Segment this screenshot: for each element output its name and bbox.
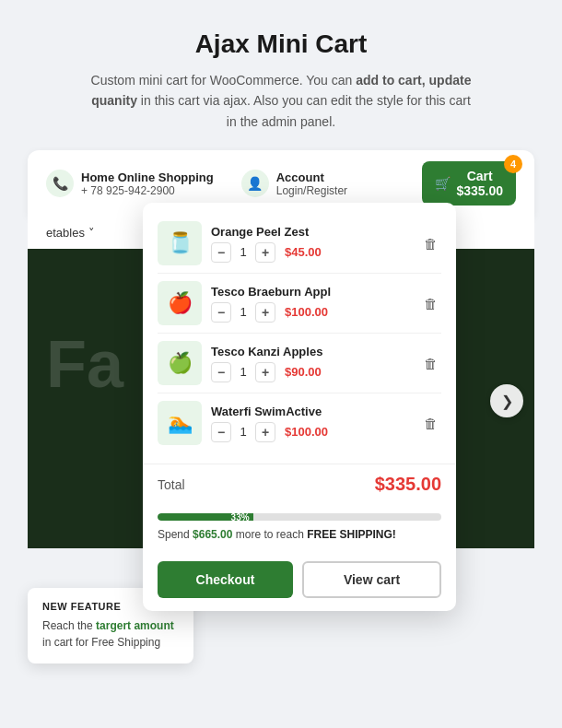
mini-cart-dropdown: 🫙 Orange Peel Zest − 1 + $45.00 🗑 🍎 Tesc…: [143, 203, 456, 611]
item-details-1: Orange Peel Zest − 1 + $45.00: [211, 225, 411, 263]
qty-value-1: 1: [237, 245, 250, 259]
account-icon: 👤: [241, 170, 269, 197]
qty-value-4: 1: [237, 425, 250, 439]
cart-button[interactable]: 4 🛒 Cart $335.00: [422, 161, 516, 205]
cart-icon: 🛒: [435, 176, 451, 191]
item-image: 🫙: [158, 221, 202, 265]
page-description: Custom mini cart for WooCommerce. You ca…: [88, 70, 474, 132]
feature-green-text: targert amount: [96, 619, 174, 632]
page-header: Ajax Mini Cart Custom mini cart for WooC…: [0, 0, 562, 150]
item-image-2: 🍎: [158, 281, 202, 325]
qty-increase-1[interactable]: +: [255, 242, 275, 263]
item-price-3: $90.00: [285, 365, 322, 379]
item-name-3: Tesco Kanzi Apples: [211, 345, 411, 358]
qty-value-2: 1: [237, 305, 250, 319]
item-qty-row-1: − 1 + $45.00: [211, 242, 411, 263]
item-qty-row-2: − 1 + $100.00: [211, 302, 411, 323]
store-bg-text: Fa: [46, 326, 123, 402]
cart-item: 🫙 Orange Peel Zest − 1 + $45.00 🗑: [158, 214, 441, 274]
phone-icon: 📞: [46, 170, 74, 197]
cart-badge: 4: [504, 155, 522, 173]
item-name-2: Tesco Braeburn Appl: [211, 285, 411, 299]
total-amount: $335.00: [375, 474, 441, 495]
free-shipping-label: FREE SHIPPING!: [307, 528, 396, 541]
account-label: Account: [276, 170, 347, 184]
delete-item-2[interactable]: 🗑: [420, 292, 441, 315]
item-emoji-2: 🍎: [158, 281, 202, 325]
progress-fill: 33%: [158, 513, 252, 521]
qty-decrease-4[interactable]: −: [211, 422, 231, 442]
shipping-text: Spend $665.00 more to reach FREE SHIPPIN…: [158, 528, 441, 541]
item-image-4: 🏊: [158, 401, 202, 445]
item-qty-row-3: − 1 + $90.00: [211, 362, 411, 382]
item-price-2: $100.00: [285, 305, 328, 319]
item-emoji-3: 🍏: [158, 341, 202, 385]
nav-vegetables[interactable]: etables ˅: [46, 226, 95, 240]
view-cart-button[interactable]: View cart: [302, 561, 441, 598]
item-name-4: Waterfi SwimActive: [211, 405, 411, 418]
progress-track: 33%: [158, 513, 441, 521]
page-title: Ajax Mini Cart: [37, 29, 525, 59]
cart-item: 🍏 Tesco Kanzi Apples − 1 + $90.00 🗑: [158, 334, 441, 393]
item-details-2: Tesco Braeburn Appl − 1 + $100.00: [211, 285, 411, 323]
qty-decrease-2[interactable]: −: [211, 302, 231, 323]
cart-actions: Checkout View cart: [143, 552, 456, 611]
cart-item: 🏊 Waterfi SwimActive − 1 + $100.00 🗑: [158, 393, 441, 452]
qty-value-3: 1: [237, 365, 250, 379]
item-price-4: $100.00: [285, 425, 328, 439]
account-sub: Login/Register: [276, 184, 347, 197]
total-label: Total: [158, 477, 185, 492]
item-details-3: Tesco Kanzi Apples − 1 + $90.00: [211, 345, 411, 382]
shipping-progress: 33% Spend $665.00 more to reach FREE SHI…: [143, 504, 456, 552]
item-price-1: $45.00: [285, 245, 322, 259]
account-section[interactable]: 👤 Account Login/Register: [241, 170, 347, 197]
cart-total-row: Total $335.00: [143, 464, 456, 504]
delete-item-3[interactable]: 🗑: [420, 352, 441, 375]
qty-decrease-3[interactable]: −: [211, 362, 231, 382]
store-phone: 📞 Home Online Shopping + 78 925-942-2900: [46, 170, 214, 197]
qty-increase-4[interactable]: +: [255, 422, 275, 442]
checkout-button[interactable]: Checkout: [158, 561, 293, 598]
qty-decrease-1[interactable]: −: [211, 242, 231, 263]
shipping-amount: $665.00: [193, 528, 232, 541]
store-phone-number: + 78 925-942-2900: [81, 184, 214, 197]
qty-increase-3[interactable]: +: [255, 362, 275, 382]
progress-label: 33%: [228, 513, 253, 521]
item-emoji-1: 🫙: [158, 221, 202, 265]
slider-next-button[interactable]: ❯: [490, 384, 523, 417]
delete-item-1[interactable]: 🗑: [420, 232, 441, 255]
item-details-4: Waterfi SwimActive − 1 + $100.00: [211, 405, 411, 442]
item-image-3: 🍏: [158, 341, 202, 385]
feature-description: Reach the targert amount in cart for Fre…: [42, 617, 179, 651]
cart-items-list: 🫙 Orange Peel Zest − 1 + $45.00 🗑 🍎 Tesc…: [143, 203, 456, 464]
qty-increase-2[interactable]: +: [255, 302, 275, 323]
delete-item-4[interactable]: 🗑: [420, 412, 441, 435]
item-qty-row-4: − 1 + $100.00: [211, 422, 411, 442]
cart-item: 🍎 Tesco Braeburn Appl − 1 + $100.00 🗑: [158, 274, 441, 334]
item-emoji-4: 🏊: [158, 401, 202, 445]
item-name-1: Orange Peel Zest: [211, 225, 411, 239]
store-name: Home Online Shopping: [81, 170, 214, 184]
